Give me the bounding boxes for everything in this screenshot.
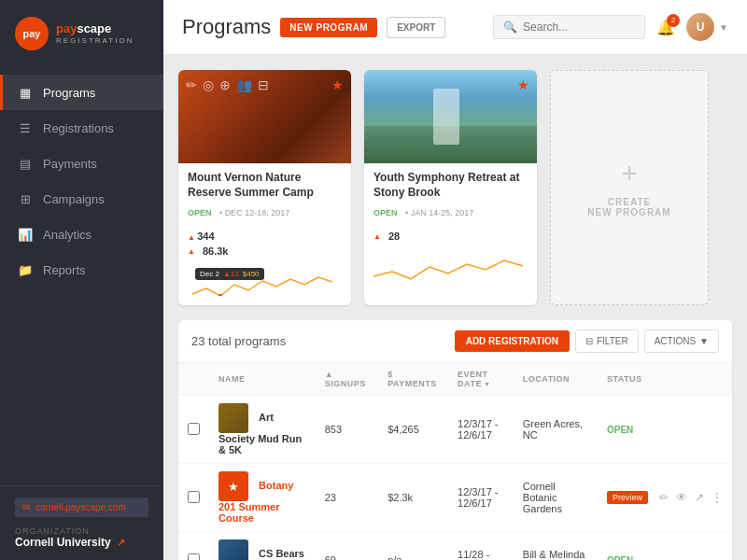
program-card-youth-symphony[interactable]: ★ Youth Symphony Retreat at Stony Brook … (364, 70, 537, 305)
table-row: CS Bears 2017 Hackathon 69 n/a 11/28 - 1… (178, 532, 732, 560)
eye-icon[interactable]: 👁 (676, 491, 687, 504)
content-area: ✏ ◎ ⊕ 👥 ⊟ ★ Mount Vernon Nature Reserve … (163, 55, 747, 560)
th-payments[interactable]: $ PAYMENTS (378, 363, 448, 396)
row-checkbox[interactable] (178, 464, 209, 532)
create-new-program-card[interactable]: + CREATENEW PROGRAM (550, 70, 709, 305)
main-content: Programs NEW PROGRAM EXPORT 🔍 🔔 2 U ▼ (163, 0, 747, 560)
actions-button[interactable]: ACTIONS ▼ (644, 329, 719, 353)
sidebar-item-label: Payments (43, 157, 97, 171)
checkbox-2[interactable] (188, 491, 200, 503)
sidebar-item-label: Reports (43, 263, 86, 277)
row-thumbnail-3 (218, 539, 248, 560)
table-header: 23 total programs ADD REGISTRATION ⊟ FIL… (178, 320, 732, 363)
row-thumbnail (218, 403, 248, 433)
row-event-date-3: 11/28 - 12/2/17 (448, 532, 514, 560)
logo-pay: pay (56, 21, 77, 35)
sidebar-item-analytics[interactable]: 📊 Analytics (0, 217, 163, 252)
reports-icon: 📁 (17, 261, 34, 278)
sidebar-item-campaigns[interactable]: ⊞ Campaigns (0, 181, 163, 217)
export-button[interactable]: EXPORT (387, 17, 445, 38)
row-event-date: 12/3/17 - 12/6/17 (448, 396, 514, 464)
nav-menu: ▦ Programs ☰ Registrations ▤ Payments ⊞ … (0, 65, 163, 485)
filter-button[interactable]: ⊟ FILTER (575, 329, 639, 353)
row-payments: $4,265 (378, 396, 448, 464)
card-title-2: Youth Symphony Retreat at Stony Brook (374, 171, 528, 200)
stat-count-2: 28 (388, 231, 400, 242)
logo-text: payscape (56, 22, 134, 35)
org-label: ORGANIZATION (15, 526, 148, 536)
row-thumbnail-2: ★ (218, 471, 248, 501)
th-status: STATUS (598, 363, 732, 396)
program-card-mount-vernon[interactable]: ✏ ◎ ⊕ 👥 ⊟ ★ Mount Vernon Nature Reserve … (178, 70, 351, 305)
sidebar-item-registrations[interactable]: ☰ Registrations (0, 110, 163, 146)
tooltip-money: $450 (243, 270, 260, 278)
share-icon[interactable]: ↗ (117, 537, 125, 549)
page-title: Programs (182, 15, 271, 39)
row-action-icons: Preview ✏ 👁 ↗ ⋮ (607, 491, 723, 504)
sidebar-item-label: Registrations (43, 121, 114, 135)
sidebar-item-reports[interactable]: 📁 Reports (0, 252, 163, 287)
avatar: U (686, 13, 714, 41)
search-box[interactable]: 🔍 (493, 15, 645, 39)
notification-bell[interactable]: 🔔 2 (656, 19, 675, 36)
chart-tooltip: Dec 2 ▲13 $450 (195, 268, 264, 280)
mini-chart-svg-2 (374, 253, 528, 281)
checkbox-3[interactable] (188, 553, 200, 560)
card-stat-sub-row: ▲ 86.3k (188, 245, 342, 257)
card-overlay-icons: ✏ ◎ ⊕ 👥 ⊟ (178, 70, 351, 100)
row-actions-2: Preview ✏ 👁 ↗ ⋮ (598, 464, 732, 532)
overlay-icon-2: ◎ (203, 77, 214, 92)
avatar-chevron-icon: ▼ (719, 22, 728, 33)
checkbox-1[interactable] (188, 423, 200, 435)
th-name: NAME (209, 363, 316, 396)
sidebar-item-programs[interactable]: ▦ Programs (0, 75, 163, 110)
header: Programs NEW PROGRAM EXPORT 🔍 🔔 2 U ▼ (163, 0, 747, 55)
more-icon[interactable]: ⋮ (712, 491, 723, 504)
new-program-button[interactable]: NEW PROGRAM (280, 18, 377, 37)
edit-icon[interactable]: ✏ (659, 491, 669, 504)
th-location: LOCATION (514, 363, 598, 396)
status-badge-3: OPEN (607, 555, 633, 560)
actions-chevron-icon: ▼ (699, 336, 709, 346)
card-star-icon-2: ★ (517, 77, 529, 92)
preview-label: Preview (607, 491, 648, 504)
org-name: Cornell University ↗ (15, 536, 148, 549)
table-header-row: NAME ▲ SIGNUPS $ PAYMENTS EVENT DATE LOC… (178, 363, 732, 396)
row-checkbox[interactable] (178, 396, 209, 464)
row-event-date-2: 12/3/17 - 12/6/17 (448, 464, 514, 532)
mini-chart-area: Dec 2 ▲13 $450 (178, 268, 351, 305)
share-icon-row[interactable]: ↗ (695, 491, 704, 504)
overlay-icon-1: ✏ (186, 77, 197, 92)
avatar-container[interactable]: U ▼ (686, 13, 728, 41)
card-date: • DEC 12-18, 2017 (219, 208, 289, 217)
card-image-nature: ✏ ◎ ⊕ 👥 ⊟ ★ (178, 70, 351, 163)
sidebar-bottom: ✉ cornell.payscape.com ORGANIZATION Corn… (0, 485, 163, 560)
filter-icon: ⊟ (585, 336, 593, 346)
overlay-icon-4: 👥 (236, 77, 252, 92)
programs-icon: ▦ (17, 84, 34, 101)
sidebar-item-label: Programs (43, 86, 95, 100)
table-row: Art Society Mud Run & 5K 853 $4,265 12/3… (178, 396, 732, 464)
logo-icon: pay (15, 17, 49, 50)
sidebar-item-label: Campaigns (43, 192, 105, 206)
th-event-date[interactable]: EVENT DATE (448, 363, 514, 396)
row-location: Green Acres, NC (514, 396, 598, 464)
card-status: OPEN (188, 208, 212, 217)
th-signups[interactable]: ▲ SIGNUPS (316, 363, 378, 396)
notification-badge: 2 (667, 14, 680, 27)
row-status-3: OPEN (598, 532, 732, 560)
stat-count: 344 (188, 231, 215, 242)
add-registration-button[interactable]: ADD REGISTRATION (455, 330, 570, 352)
programs-table: NAME ▲ SIGNUPS $ PAYMENTS EVENT DATE LOC… (178, 363, 732, 560)
app-container: pay payscape REGISTRATION ▦ Programs ☰ R… (0, 0, 747, 560)
row-checkbox[interactable] (178, 532, 209, 560)
sidebar-item-payments[interactable]: ▤ Payments (0, 146, 163, 181)
row-payments-3: n/a (378, 532, 448, 560)
org-email[interactable]: ✉ cornell.payscape.com (15, 497, 148, 517)
row-status: OPEN (598, 396, 732, 464)
card-stats: 344 ▲ 86.3k (178, 227, 351, 268)
table-section: 23 total programs ADD REGISTRATION ⊟ FIL… (178, 320, 732, 560)
email-icon: ✉ (22, 502, 30, 512)
program-cards: ✏ ◎ ⊕ 👥 ⊟ ★ Mount Vernon Nature Reserve … (178, 70, 732, 305)
search-input[interactable] (523, 21, 635, 34)
